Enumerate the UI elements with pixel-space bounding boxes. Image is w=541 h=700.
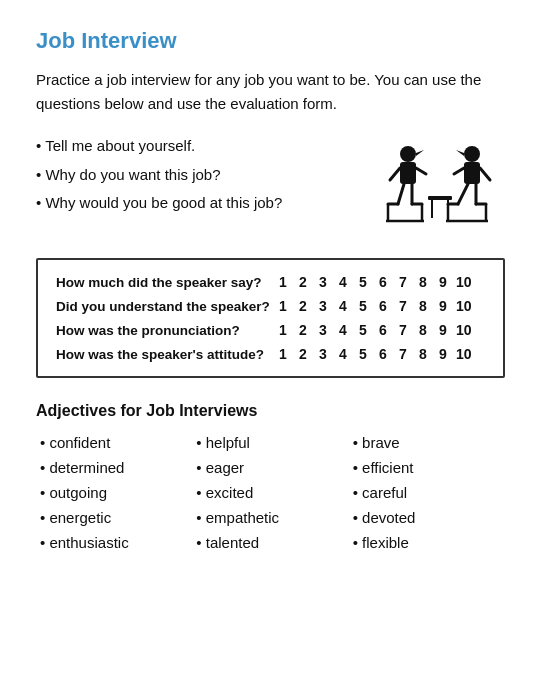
adjectives-section: Adjectives for Job Interviews confidenth… bbox=[36, 402, 505, 551]
svg-marker-1 bbox=[416, 150, 424, 156]
eval-number: 2 bbox=[296, 274, 310, 290]
eval-number: 5 bbox=[356, 346, 370, 362]
evaluation-box: How much did the speaker say?12345678910… bbox=[36, 258, 505, 378]
adjectives-title: Adjectives for Job Interviews bbox=[36, 402, 505, 420]
adjective-item: energetic bbox=[36, 509, 192, 526]
eval-number: 9 bbox=[436, 322, 450, 338]
eval-number: 7 bbox=[396, 298, 410, 314]
svg-rect-14 bbox=[464, 162, 480, 184]
adjective-item: outgoing bbox=[36, 484, 192, 501]
page-title: Job Interview bbox=[36, 28, 505, 54]
eval-number: 3 bbox=[316, 346, 330, 362]
svg-line-16 bbox=[480, 168, 490, 180]
eval-question-label: Did you understand the speaker? bbox=[56, 299, 276, 314]
eval-number: 10 bbox=[456, 322, 472, 338]
eval-number: 8 bbox=[416, 298, 430, 314]
eval-number: 4 bbox=[336, 346, 350, 362]
eval-number: 1 bbox=[276, 322, 290, 338]
eval-row: How much did the speaker say?12345678910 bbox=[56, 274, 485, 290]
svg-line-4 bbox=[416, 168, 426, 174]
eval-row: Did you understand the speaker?123456789… bbox=[56, 298, 485, 314]
questions-section: Tell me about yourself.Why do you want t… bbox=[36, 132, 505, 236]
question-item: Why would you be good at this job? bbox=[36, 189, 365, 218]
question-item: Why do you want this job? bbox=[36, 161, 365, 190]
eval-number: 5 bbox=[356, 322, 370, 338]
eval-number: 2 bbox=[296, 322, 310, 338]
eval-number: 1 bbox=[276, 274, 290, 290]
eval-number: 5 bbox=[356, 298, 370, 314]
eval-number: 6 bbox=[376, 298, 390, 314]
eval-number: 4 bbox=[336, 274, 350, 290]
adjective-item: careful bbox=[349, 484, 505, 501]
question-item: Tell me about yourself. bbox=[36, 132, 365, 161]
eval-number-scale: 12345678910 bbox=[276, 298, 472, 314]
svg-point-12 bbox=[464, 146, 480, 162]
eval-number: 9 bbox=[436, 346, 450, 362]
intro-paragraph: Practice a job interview for any job you… bbox=[36, 68, 505, 116]
adjective-item: brave bbox=[349, 434, 505, 451]
adjective-item: efficient bbox=[349, 459, 505, 476]
adjective-item: empathetic bbox=[192, 509, 348, 526]
eval-question-label: How was the speaker's attitude? bbox=[56, 347, 276, 362]
eval-number: 10 bbox=[456, 274, 472, 290]
svg-point-0 bbox=[400, 146, 416, 162]
eval-number: 7 bbox=[396, 274, 410, 290]
eval-number-scale: 12345678910 bbox=[276, 274, 472, 290]
adjective-item: eager bbox=[192, 459, 348, 476]
eval-number-scale: 12345678910 bbox=[276, 322, 472, 338]
eval-number: 4 bbox=[336, 298, 350, 314]
eval-number: 6 bbox=[376, 274, 390, 290]
eval-number: 6 bbox=[376, 322, 390, 338]
adjective-item: enthusiastic bbox=[36, 534, 192, 551]
adjective-item: talented bbox=[192, 534, 348, 551]
eval-question-label: How much did the speaker say? bbox=[56, 275, 276, 290]
eval-number: 3 bbox=[316, 274, 330, 290]
eval-number: 6 bbox=[376, 346, 390, 362]
eval-number: 2 bbox=[296, 346, 310, 362]
eval-number: 3 bbox=[316, 298, 330, 314]
eval-number: 8 bbox=[416, 346, 430, 362]
adjective-item: confident bbox=[36, 434, 192, 451]
eval-row: How was the speaker's attitude?123456789… bbox=[56, 346, 485, 362]
svg-marker-13 bbox=[456, 150, 464, 156]
eval-number: 9 bbox=[436, 274, 450, 290]
eval-number: 5 bbox=[356, 274, 370, 290]
eval-number: 1 bbox=[276, 346, 290, 362]
questions-list: Tell me about yourself.Why do you want t… bbox=[36, 132, 365, 218]
eval-number: 10 bbox=[456, 346, 472, 362]
eval-number: 1 bbox=[276, 298, 290, 314]
eval-number: 2 bbox=[296, 298, 310, 314]
interview-illustration bbox=[375, 136, 505, 236]
eval-number: 7 bbox=[396, 322, 410, 338]
svg-line-3 bbox=[390, 168, 400, 180]
eval-number: 8 bbox=[416, 274, 430, 290]
eval-number-scale: 12345678910 bbox=[276, 346, 472, 362]
svg-rect-2 bbox=[400, 162, 416, 184]
eval-number: 3 bbox=[316, 322, 330, 338]
eval-number: 9 bbox=[436, 298, 450, 314]
adjective-item: helpful bbox=[192, 434, 348, 451]
svg-line-17 bbox=[458, 184, 468, 204]
adjective-item: excited bbox=[192, 484, 348, 501]
eval-number: 7 bbox=[396, 346, 410, 362]
adjective-item: flexible bbox=[349, 534, 505, 551]
svg-line-15 bbox=[454, 168, 464, 174]
adjective-item: determined bbox=[36, 459, 192, 476]
eval-question-label: How was the pronunciation? bbox=[56, 323, 276, 338]
eval-number: 4 bbox=[336, 322, 350, 338]
eval-number: 10 bbox=[456, 298, 472, 314]
adjectives-grid: confidenthelpfulbravedeterminedeagereffi… bbox=[36, 434, 505, 551]
eval-number: 8 bbox=[416, 322, 430, 338]
svg-line-5 bbox=[398, 184, 404, 204]
svg-rect-24 bbox=[428, 196, 452, 200]
eval-row: How was the pronunciation?12345678910 bbox=[56, 322, 485, 338]
adjective-item: devoted bbox=[349, 509, 505, 526]
